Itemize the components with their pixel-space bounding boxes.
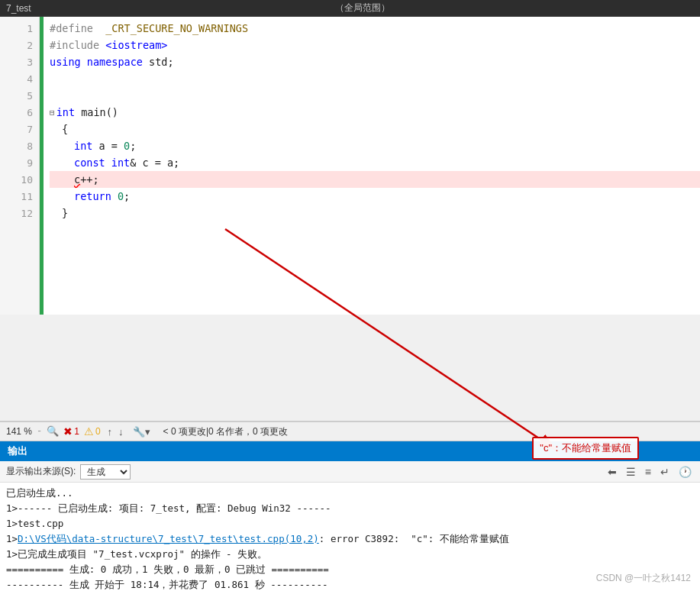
- line-num-7: 7: [0, 121, 39, 137]
- main-container: 7_test （全局范围） 1 2 3 4 5 6 7 8 9 10 11 12…: [0, 0, 700, 591]
- line-num-5: 5: [0, 87, 39, 104]
- title-bar-scope: （全局范围）: [335, 2, 390, 15]
- error-count: 1: [74, 426, 79, 437]
- output-line-1: 已启动生成...: [6, 486, 694, 501]
- output-line-3: 1>test.cpp: [6, 516, 694, 531]
- warning-icon: ⚠: [84, 425, 94, 438]
- error-icon: ✖: [63, 425, 73, 438]
- watermark: CSDN @一叶之秋1412: [596, 572, 691, 585]
- output-align-right-button[interactable]: ≡: [643, 464, 653, 480]
- line-num-1: 1: [0, 20, 39, 37]
- nav-up-button[interactable]: ↑: [105, 425, 115, 438]
- magnify-icon[interactable]: 🔍: [47, 425, 59, 438]
- output-content: 已启动生成... 1>------ 已启动生成: 项目: 7_test, 配置:…: [0, 483, 700, 591]
- warning-badge[interactable]: ⚠ 0: [84, 425, 101, 438]
- line-num-3: 3: [0, 53, 39, 70]
- output-align-left-button[interactable]: ⬅: [605, 464, 619, 480]
- navigation-arrows: ↑ ↓: [105, 425, 126, 438]
- output-source-label: 显示输出来源(S):: [6, 465, 76, 478]
- warning-count: 0: [95, 426, 101, 437]
- code-line-12: }: [50, 205, 700, 221]
- output-line-7: ---------- 生成 开始于 18:14，并花费了 01.861 秒 --…: [6, 577, 694, 591]
- output-source-select[interactable]: 生成: [80, 464, 131, 480]
- code-line-7: {: [50, 121, 700, 137]
- output-align-center-button[interactable]: ☰: [624, 464, 638, 480]
- error-badge[interactable]: ✖ 1: [63, 425, 79, 438]
- code-line-5: [50, 87, 700, 104]
- output-toolbar: 显示输出来源(S): 生成 ⬅ ☰ ≡ ↵ 🕐: [0, 461, 700, 483]
- title-bar: 7_test （全局范围）: [0, 0, 700, 17]
- code-line-4: [50, 70, 700, 87]
- line-num-6: 6: [0, 104, 39, 121]
- code-line-3: using namespace std;: [50, 53, 700, 70]
- settings-button[interactable]: 🔧▾: [131, 425, 153, 438]
- error-annotation-box: "c"：不能给常量赋值: [532, 437, 639, 460]
- line-num-8: 8: [0, 137, 39, 154]
- line-numbers: 1 2 3 4 5 6 7 8 9 10 11 12: [0, 17, 40, 315]
- status-sep-1: -: [37, 426, 42, 437]
- nav-down-button[interactable]: ↓: [116, 425, 126, 438]
- code-line-2: #include <iostream>: [50, 37, 700, 53]
- zoom-level[interactable]: 141 %: [6, 426, 32, 437]
- line-num-4: 4: [0, 70, 39, 87]
- error-annotation-text: "c"：不能给常量赋值: [540, 442, 631, 454]
- output-line-6: ========== 生成: 0 成功，1 失败，0 最新，0 已跳过 ====…: [6, 562, 694, 577]
- line-num-10: 10: [0, 171, 39, 188]
- line-num-11: 11: [0, 188, 39, 205]
- output-clock-button[interactable]: 🕐: [676, 464, 694, 480]
- line-num-2: 2: [0, 37, 39, 53]
- empty-area: [0, 315, 700, 421]
- output-wrap-button[interactable]: ↵: [658, 464, 672, 480]
- code-line-10: c++;: [50, 171, 700, 188]
- output-line-2: 1>------ 已启动生成: 项目: 7_test, 配置: Debug Wi…: [6, 501, 694, 516]
- output-line-4: 1>D:\VS代码\data-structure\7_test\7_test\t…: [6, 531, 694, 547]
- title-bar-project: 7_test: [6, 3, 31, 14]
- code-content: #define _CRT_SECURE_NO_WARNINGS #include…: [44, 17, 700, 315]
- changes-text: < 0 项更改|0 名作者，0 项更改: [163, 425, 288, 438]
- line-num-12: 12: [0, 205, 39, 221]
- code-line-8: int a = 0;: [50, 137, 700, 154]
- collapse-icon-6[interactable]: ⊟: [50, 108, 55, 118]
- output-panel-title: 输出: [8, 444, 27, 458]
- code-line-6: ⊟ int main(): [50, 104, 700, 121]
- output-file-link[interactable]: D:\VS代码\data-structure\7_test\7_test\tes…: [18, 533, 319, 544]
- line-num-9: 9: [0, 154, 39, 171]
- editor-area: 1 2 3 4 5 6 7 8 9 10 11 12 #define _CRT_…: [0, 17, 700, 315]
- output-line-5: 1>已完成生成项目 "7_test.vcxproj" 的操作 - 失败。: [6, 547, 694, 562]
- code-line-1: #define _CRT_SECURE_NO_WARNINGS: [50, 20, 700, 37]
- code-line-9: const int& c = a;: [50, 154, 700, 171]
- code-line-11: return 0;: [50, 188, 700, 205]
